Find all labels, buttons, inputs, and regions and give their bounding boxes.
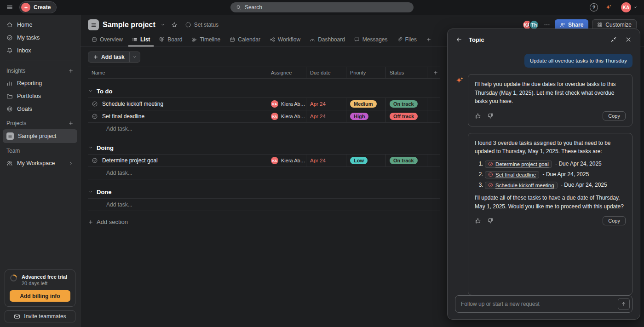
- add-column-button[interactable]: [427, 67, 440, 78]
- add-billing-info-button[interactable]: Add billing info: [10, 290, 70, 302]
- add-section-label: Add section: [97, 218, 128, 225]
- task-name: Determine project goal: [102, 157, 158, 164]
- sidebar-item-sample-project[interactable]: Sample project: [3, 129, 77, 143]
- user-message-bubble: Update all overdue tasks to this Thursda…: [524, 54, 632, 68]
- section-doing: Doing Determine project goal KA Kiera Ab…: [88, 141, 440, 179]
- column-header-status[interactable]: Status: [386, 67, 427, 78]
- copy-button[interactable]: Copy: [603, 216, 626, 225]
- add-section-button[interactable]: Add section: [88, 218, 128, 225]
- back-button[interactable]: [454, 34, 464, 45]
- table-header-row: Name Assignee Due date Priority Status: [88, 67, 440, 79]
- status-badge[interactable]: On track: [390, 157, 418, 164]
- tab-timeline[interactable]: Timeline: [188, 33, 224, 46]
- thumbs-down-button[interactable]: [487, 218, 494, 224]
- create-button[interactable]: Create: [19, 1, 57, 13]
- favorite-star-button[interactable]: [170, 21, 178, 29]
- add-task-row[interactable]: Add task...: [88, 167, 440, 179]
- tab-messages[interactable]: Messages: [351, 33, 391, 46]
- project-menu-button[interactable]: [159, 21, 167, 29]
- chat-input-bar: [455, 295, 632, 313]
- task-check-circle-icon[interactable]: [92, 101, 98, 107]
- due-date: Apr 24: [310, 158, 326, 163]
- project-icon: [88, 19, 99, 30]
- add-task-label: Add task: [101, 54, 125, 60]
- help-button[interactable]: ?: [590, 3, 598, 11]
- sidebar-item-my-tasks[interactable]: My tasks: [0, 31, 80, 44]
- add-task-row[interactable]: Add task...: [88, 123, 440, 135]
- status-badge[interactable]: On track: [390, 100, 418, 108]
- priority-badge[interactable]: Medium: [350, 100, 377, 108]
- task-reference-name: Set final deadline: [495, 172, 536, 178]
- minimize-panel-button[interactable]: [609, 34, 619, 45]
- sidebar-item-home[interactable]: Home: [0, 18, 80, 31]
- sidebar-section-projects[interactable]: Projects: [0, 117, 80, 129]
- add-task-button[interactable]: Add task: [88, 52, 129, 62]
- send-button[interactable]: [618, 298, 630, 310]
- invite-teammates-button[interactable]: Invite teammates: [5, 310, 75, 322]
- column-header-assignee[interactable]: Assignee: [267, 67, 306, 78]
- close-panel-button[interactable]: [623, 34, 633, 45]
- sidebar-item-inbox[interactable]: Inbox: [0, 44, 80, 57]
- trial-days-left: 20 days left: [22, 281, 67, 286]
- project-color-icon: [6, 132, 14, 140]
- section-header[interactable]: Doing: [88, 141, 440, 154]
- ai-assistant-button[interactable]: [604, 2, 614, 12]
- priority-badge[interactable]: Low: [350, 157, 368, 164]
- plus-icon[interactable]: [68, 68, 74, 74]
- tab-dashboard[interactable]: Dashboard: [306, 33, 349, 46]
- table-row[interactable]: Set final deadline KA Kiera Abba... Apr …: [88, 110, 440, 123]
- help-label: ?: [592, 5, 596, 10]
- column-header-priority[interactable]: Priority: [346, 67, 386, 78]
- task-check-circle-icon[interactable]: [92, 157, 98, 164]
- thumbs-up-button[interactable]: [475, 218, 481, 224]
- sidebar-item-reporting[interactable]: Reporting: [0, 77, 80, 90]
- arrow-up-icon: [621, 301, 627, 307]
- sidebar-item-my-workspace[interactable]: My Workspace: [0, 157, 80, 170]
- chat-input[interactable]: [461, 301, 614, 307]
- bar-chart-icon: [6, 80, 13, 86]
- tab-workflow[interactable]: Workflow: [266, 33, 304, 46]
- tab-calendar[interactable]: Calendar: [226, 33, 264, 46]
- column-header-due-date[interactable]: Due date: [306, 67, 346, 78]
- tab-overview[interactable]: Overview: [88, 33, 126, 46]
- plus-icon[interactable]: [68, 120, 74, 126]
- sidebar-item-goals[interactable]: Goals: [0, 103, 80, 115]
- chevron-down-icon: [160, 22, 166, 28]
- thumbs-up-icon: [475, 113, 481, 119]
- add-view-tab-button[interactable]: [422, 33, 435, 46]
- task-reference-pill[interactable]: Determine project goal: [485, 161, 552, 168]
- task-reference-pill[interactable]: Set final deadline: [485, 171, 539, 178]
- user-menu-button[interactable]: KA: [619, 0, 639, 14]
- sidebar-item-portfolios[interactable]: Portfolios: [0, 90, 80, 103]
- sidebar-toggle-button[interactable]: [5, 2, 15, 12]
- people-icon: [6, 160, 13, 166]
- priority-badge[interactable]: High: [350, 113, 368, 120]
- calendar-icon: [230, 37, 235, 42]
- message-actions: Copy: [475, 111, 626, 120]
- tab-files[interactable]: Files: [393, 33, 420, 46]
- add-task-dropdown-button[interactable]: [129, 52, 140, 62]
- status-badge[interactable]: Off track: [390, 113, 418, 120]
- sidebar-section-insights[interactable]: Insights: [0, 65, 80, 77]
- thumbs-down-button[interactable]: [487, 113, 494, 119]
- task-reference-pill[interactable]: Schedule kickoff meeting: [485, 182, 558, 189]
- add-task-row[interactable]: Add task...: [88, 199, 440, 211]
- task-due-text: - Due Apr 24, 2025: [555, 161, 602, 167]
- tab-list[interactable]: List: [128, 33, 154, 46]
- search-input[interactable]: Search: [230, 2, 414, 12]
- trial-progress-spinner-icon: [10, 274, 17, 282]
- copy-button[interactable]: Copy: [603, 111, 626, 120]
- tab-board[interactable]: Board: [155, 33, 186, 46]
- more-options-button[interactable]: [543, 21, 551, 29]
- set-status-button[interactable]: Set status: [182, 21, 221, 29]
- table-row[interactable]: Schedule kickoff meeting KA Kiera Abba..…: [88, 98, 440, 110]
- thumbs-up-button[interactable]: [475, 113, 481, 119]
- section-header[interactable]: To do: [88, 85, 440, 98]
- table-row[interactable]: Determine project goal KA Kiera Abba... …: [88, 155, 440, 167]
- chat-messages: Update all overdue tasks to this Thursda…: [448, 50, 640, 295]
- task-check-circle-icon[interactable]: [92, 113, 98, 120]
- tab-label: List: [140, 36, 150, 43]
- section-header[interactable]: Done: [88, 185, 440, 198]
- column-header-name[interactable]: Name: [88, 67, 267, 78]
- assignee-name: Kiera Abba...: [281, 158, 306, 163]
